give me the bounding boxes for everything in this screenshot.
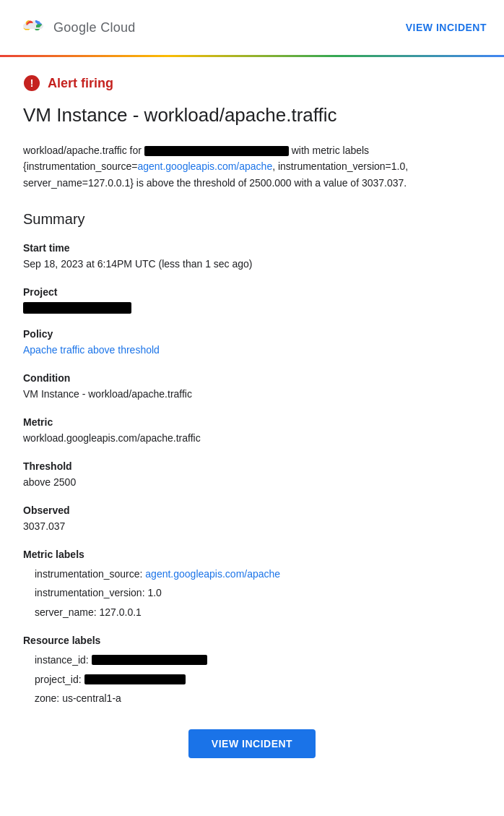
footer: VIEW INCIDENT [23,729,481,758]
description-prefix: workload/apache.traffic for [23,145,142,156]
redacted-instance-id [92,655,207,665]
observed-row: Observed 3037.037 [23,504,481,534]
metric-labels-title: Metric labels [23,549,481,560]
observed-value: 3037.037 [23,519,481,534]
project-row: Project [23,286,481,314]
view-incident-button[interactable]: VIEW INCIDENT [188,729,316,758]
page-title: VM Instance - workload/apache.traffic [23,103,481,128]
metric-label: Metric [23,416,481,428]
alert-firing-banner: ! Alert firing [23,74,481,92]
metric-labels-items: instrumentation_source: agent.googleapis… [23,566,481,620]
alert-description: workload/apache.traffic for with metric … [23,142,481,191]
metric-label-item-version: instrumentation_version: 1.0 [35,585,481,601]
summary-title: Summary [23,211,481,228]
logo-text: Google Cloud [53,20,136,35]
condition-label: Condition [23,372,481,384]
resource-label-item-instance: instance_id: [35,652,481,668]
threshold-row: Threshold above 2500 [23,460,481,490]
google-cloud-icon [17,13,46,42]
start-time-row: Start time Sep 18, 2023 at 6:14PM UTC (l… [23,242,481,272]
condition-row: Condition VM Instance - workload/apache.… [23,372,481,402]
policy-link[interactable]: Apache traffic above threshold [23,344,160,356]
project-value [23,302,481,314]
logo: Google Cloud [17,13,136,42]
svg-text:!: ! [30,77,34,89]
resource-label-key-instance: instance_id: [35,652,89,668]
resource-label-item-zone: zone: us-central1-a [35,690,481,706]
start-time-label: Start time [23,242,481,254]
resource-labels-title: Resource labels [23,635,481,646]
redacted-project-value [23,302,131,314]
metric-row: Metric workload.googleapis.com/apache.tr… [23,416,481,446]
resource-labels-items: instance_id: project_id: zone: us-centra… [23,652,481,706]
policy-label: Policy [23,328,481,340]
observed-label: Observed [23,504,481,516]
project-label: Project [23,286,481,298]
alert-icon: ! [23,74,40,92]
policy-row: Policy Apache traffic above threshold [23,328,481,358]
metric-label-key-2: instrumentation_version: 1.0 [35,587,162,598]
metric-label-key-1: instrumentation_source: [35,568,145,580]
resource-label-key-project: project_id: [35,671,82,687]
metric-label-item-instrumentation-source: instrumentation_source: agent.googleapis… [35,566,481,582]
policy-value: Apache traffic above threshold [23,343,481,358]
alert-firing-text: Alert firing [48,76,113,91]
header: Google Cloud VIEW INCIDENT [0,0,504,55]
metric-label-item-server: server_name: 127.0.0.1 [35,604,481,620]
start-time-value: Sep 18, 2023 at 6:14PM UTC (less than 1 … [23,257,481,272]
resource-label-key-zone: zone: us-central1-a [35,690,121,706]
resource-label-item-project: project_id: [35,671,481,687]
condition-value: VM Instance - workload/apache.traffic [23,387,481,402]
main-content: ! Alert firing VM Instance - workload/ap… [0,57,504,776]
metric-value: workload.googleapis.com/apache.traffic [23,431,481,446]
threshold-label: Threshold [23,460,481,472]
resource-labels-section: Resource labels instance_id: project_id:… [23,635,481,706]
metric-label-link-1[interactable]: agent.googleapis.com/apache [145,568,280,580]
threshold-value: above 2500 [23,475,481,490]
metric-labels-section: Metric labels instrumentation_source: ag… [23,549,481,620]
redacted-resource [144,146,289,156]
view-incident-header-link[interactable]: VIEW INCIDENT [406,22,487,33]
instrumentation-link[interactable]: agent.googleapis.com/apache [137,160,272,172]
redacted-project-id [84,674,186,684]
metric-label-key-3: server_name: 127.0.0.1 [35,606,142,618]
